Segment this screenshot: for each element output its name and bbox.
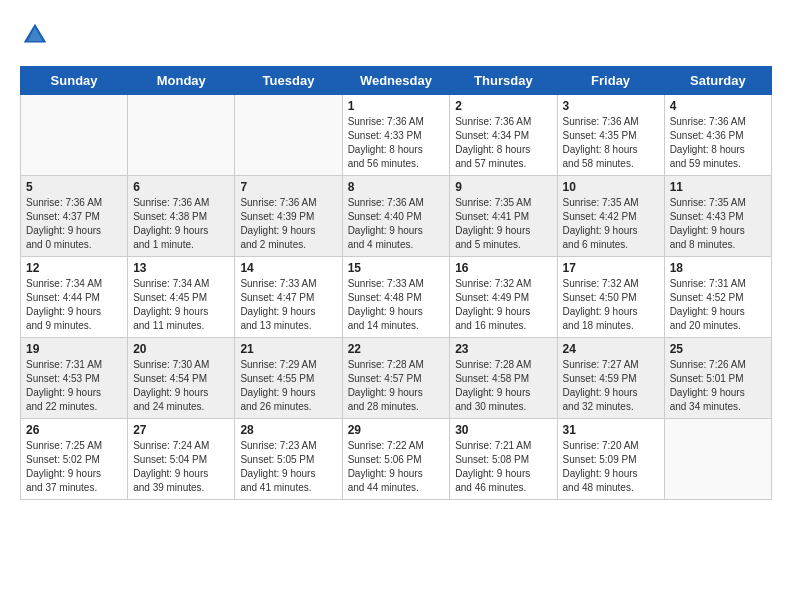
week-row-4: 19Sunrise: 7:31 AM Sunset: 4:53 PM Dayli… xyxy=(21,338,772,419)
day-info: Sunrise: 7:36 AM Sunset: 4:39 PM Dayligh… xyxy=(240,196,336,252)
day-info: Sunrise: 7:28 AM Sunset: 4:57 PM Dayligh… xyxy=(348,358,445,414)
day-number: 1 xyxy=(348,99,445,113)
day-header-monday: Monday xyxy=(128,67,235,95)
day-info: Sunrise: 7:33 AM Sunset: 4:48 PM Dayligh… xyxy=(348,277,445,333)
day-header-saturday: Saturday xyxy=(664,67,771,95)
day-number: 10 xyxy=(563,180,659,194)
day-number: 6 xyxy=(133,180,229,194)
day-number: 25 xyxy=(670,342,766,356)
day-number: 31 xyxy=(563,423,659,437)
day-info: Sunrise: 7:25 AM Sunset: 5:02 PM Dayligh… xyxy=(26,439,122,495)
day-info: Sunrise: 7:36 AM Sunset: 4:35 PM Dayligh… xyxy=(563,115,659,171)
day-info: Sunrise: 7:24 AM Sunset: 5:04 PM Dayligh… xyxy=(133,439,229,495)
day-info: Sunrise: 7:22 AM Sunset: 5:06 PM Dayligh… xyxy=(348,439,445,495)
day-info: Sunrise: 7:21 AM Sunset: 5:08 PM Dayligh… xyxy=(455,439,551,495)
day-header-sunday: Sunday xyxy=(21,67,128,95)
calendar-cell xyxy=(21,95,128,176)
day-info: Sunrise: 7:29 AM Sunset: 4:55 PM Dayligh… xyxy=(240,358,336,414)
day-number: 17 xyxy=(563,261,659,275)
calendar-cell: 16Sunrise: 7:32 AM Sunset: 4:49 PM Dayli… xyxy=(450,257,557,338)
day-number: 3 xyxy=(563,99,659,113)
calendar-cell xyxy=(235,95,342,176)
day-number: 28 xyxy=(240,423,336,437)
day-number: 20 xyxy=(133,342,229,356)
day-info: Sunrise: 7:23 AM Sunset: 5:05 PM Dayligh… xyxy=(240,439,336,495)
calendar-cell: 10Sunrise: 7:35 AM Sunset: 4:42 PM Dayli… xyxy=(557,176,664,257)
page-header xyxy=(20,20,772,50)
week-row-2: 5Sunrise: 7:36 AM Sunset: 4:37 PM Daylig… xyxy=(21,176,772,257)
calendar-cell xyxy=(664,419,771,500)
calendar-cell: 19Sunrise: 7:31 AM Sunset: 4:53 PM Dayli… xyxy=(21,338,128,419)
day-info: Sunrise: 7:33 AM Sunset: 4:47 PM Dayligh… xyxy=(240,277,336,333)
day-number: 18 xyxy=(670,261,766,275)
calendar-cell: 3Sunrise: 7:36 AM Sunset: 4:35 PM Daylig… xyxy=(557,95,664,176)
calendar-cell: 1Sunrise: 7:36 AM Sunset: 4:33 PM Daylig… xyxy=(342,95,450,176)
calendar-cell: 22Sunrise: 7:28 AM Sunset: 4:57 PM Dayli… xyxy=(342,338,450,419)
calendar-cell: 24Sunrise: 7:27 AM Sunset: 4:59 PM Dayli… xyxy=(557,338,664,419)
day-number: 7 xyxy=(240,180,336,194)
week-row-5: 26Sunrise: 7:25 AM Sunset: 5:02 PM Dayli… xyxy=(21,419,772,500)
day-info: Sunrise: 7:32 AM Sunset: 4:49 PM Dayligh… xyxy=(455,277,551,333)
day-header-friday: Friday xyxy=(557,67,664,95)
calendar-cell: 17Sunrise: 7:32 AM Sunset: 4:50 PM Dayli… xyxy=(557,257,664,338)
day-info: Sunrise: 7:35 AM Sunset: 4:43 PM Dayligh… xyxy=(670,196,766,252)
day-number: 26 xyxy=(26,423,122,437)
calendar: SundayMondayTuesdayWednesdayThursdayFrid… xyxy=(20,66,772,500)
calendar-cell: 29Sunrise: 7:22 AM Sunset: 5:06 PM Dayli… xyxy=(342,419,450,500)
day-number: 16 xyxy=(455,261,551,275)
day-info: Sunrise: 7:32 AM Sunset: 4:50 PM Dayligh… xyxy=(563,277,659,333)
day-number: 5 xyxy=(26,180,122,194)
day-info: Sunrise: 7:34 AM Sunset: 4:44 PM Dayligh… xyxy=(26,277,122,333)
day-number: 29 xyxy=(348,423,445,437)
day-info: Sunrise: 7:26 AM Sunset: 5:01 PM Dayligh… xyxy=(670,358,766,414)
calendar-cell: 13Sunrise: 7:34 AM Sunset: 4:45 PM Dayli… xyxy=(128,257,235,338)
day-header-tuesday: Tuesday xyxy=(235,67,342,95)
calendar-cell: 2Sunrise: 7:36 AM Sunset: 4:34 PM Daylig… xyxy=(450,95,557,176)
day-number: 11 xyxy=(670,180,766,194)
calendar-cell: 12Sunrise: 7:34 AM Sunset: 4:44 PM Dayli… xyxy=(21,257,128,338)
day-info: Sunrise: 7:28 AM Sunset: 4:58 PM Dayligh… xyxy=(455,358,551,414)
day-info: Sunrise: 7:36 AM Sunset: 4:34 PM Dayligh… xyxy=(455,115,551,171)
calendar-cell: 20Sunrise: 7:30 AM Sunset: 4:54 PM Dayli… xyxy=(128,338,235,419)
day-info: Sunrise: 7:31 AM Sunset: 4:52 PM Dayligh… xyxy=(670,277,766,333)
day-info: Sunrise: 7:35 AM Sunset: 4:41 PM Dayligh… xyxy=(455,196,551,252)
day-info: Sunrise: 7:20 AM Sunset: 5:09 PM Dayligh… xyxy=(563,439,659,495)
calendar-cell: 7Sunrise: 7:36 AM Sunset: 4:39 PM Daylig… xyxy=(235,176,342,257)
logo xyxy=(20,20,54,50)
day-info: Sunrise: 7:30 AM Sunset: 4:54 PM Dayligh… xyxy=(133,358,229,414)
day-number: 27 xyxy=(133,423,229,437)
day-info: Sunrise: 7:27 AM Sunset: 4:59 PM Dayligh… xyxy=(563,358,659,414)
calendar-cell: 25Sunrise: 7:26 AM Sunset: 5:01 PM Dayli… xyxy=(664,338,771,419)
calendar-cell: 4Sunrise: 7:36 AM Sunset: 4:36 PM Daylig… xyxy=(664,95,771,176)
calendar-header-row: SundayMondayTuesdayWednesdayThursdayFrid… xyxy=(21,67,772,95)
day-number: 19 xyxy=(26,342,122,356)
calendar-cell: 11Sunrise: 7:35 AM Sunset: 4:43 PM Dayli… xyxy=(664,176,771,257)
calendar-cell: 9Sunrise: 7:35 AM Sunset: 4:41 PM Daylig… xyxy=(450,176,557,257)
calendar-cell: 30Sunrise: 7:21 AM Sunset: 5:08 PM Dayli… xyxy=(450,419,557,500)
week-row-1: 1Sunrise: 7:36 AM Sunset: 4:33 PM Daylig… xyxy=(21,95,772,176)
day-number: 30 xyxy=(455,423,551,437)
calendar-cell: 27Sunrise: 7:24 AM Sunset: 5:04 PM Dayli… xyxy=(128,419,235,500)
day-info: Sunrise: 7:36 AM Sunset: 4:38 PM Dayligh… xyxy=(133,196,229,252)
calendar-cell: 8Sunrise: 7:36 AM Sunset: 4:40 PM Daylig… xyxy=(342,176,450,257)
calendar-cell: 23Sunrise: 7:28 AM Sunset: 4:58 PM Dayli… xyxy=(450,338,557,419)
day-number: 21 xyxy=(240,342,336,356)
calendar-cell: 28Sunrise: 7:23 AM Sunset: 5:05 PM Dayli… xyxy=(235,419,342,500)
day-number: 13 xyxy=(133,261,229,275)
day-info: Sunrise: 7:34 AM Sunset: 4:45 PM Dayligh… xyxy=(133,277,229,333)
day-header-thursday: Thursday xyxy=(450,67,557,95)
day-info: Sunrise: 7:31 AM Sunset: 4:53 PM Dayligh… xyxy=(26,358,122,414)
day-number: 2 xyxy=(455,99,551,113)
day-info: Sunrise: 7:36 AM Sunset: 4:33 PM Dayligh… xyxy=(348,115,445,171)
day-number: 9 xyxy=(455,180,551,194)
week-row-3: 12Sunrise: 7:34 AM Sunset: 4:44 PM Dayli… xyxy=(21,257,772,338)
day-info: Sunrise: 7:36 AM Sunset: 4:37 PM Dayligh… xyxy=(26,196,122,252)
calendar-cell: 21Sunrise: 7:29 AM Sunset: 4:55 PM Dayli… xyxy=(235,338,342,419)
calendar-cell: 6Sunrise: 7:36 AM Sunset: 4:38 PM Daylig… xyxy=(128,176,235,257)
day-info: Sunrise: 7:36 AM Sunset: 4:40 PM Dayligh… xyxy=(348,196,445,252)
day-info: Sunrise: 7:36 AM Sunset: 4:36 PM Dayligh… xyxy=(670,115,766,171)
logo-icon xyxy=(20,20,50,50)
day-number: 22 xyxy=(348,342,445,356)
calendar-cell: 26Sunrise: 7:25 AM Sunset: 5:02 PM Dayli… xyxy=(21,419,128,500)
day-info: Sunrise: 7:35 AM Sunset: 4:42 PM Dayligh… xyxy=(563,196,659,252)
